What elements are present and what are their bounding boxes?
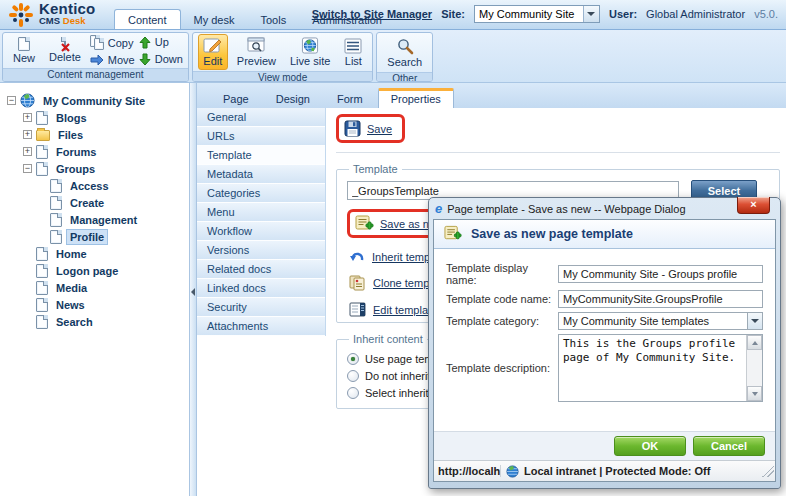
tab-properties[interactable]: Properties [378,88,454,108]
tab-page[interactable]: Page [211,89,261,108]
radio-icon[interactable] [347,387,359,399]
radio-selected-icon[interactable] [347,353,359,365]
tab-form[interactable]: Form [325,89,375,108]
page-mode-tabs: Page Design Form Properties [197,83,786,108]
top-header: Kentico CMS Desk Content My desk Tools A… [0,0,786,30]
textarea-scrollbar[interactable] [746,335,762,401]
dialog-form: Template display name: Template code nam… [434,249,775,406]
side-menu-attachments[interactable]: Attachments [197,317,325,336]
page-icon [50,196,62,210]
tree-item-profile[interactable]: Profile [0,228,189,245]
move-button[interactable]: Move [90,54,135,66]
folder-icon [36,130,50,141]
category-select[interactable]: My Community Site templates [558,312,763,330]
inherit-template-icon [349,249,365,264]
close-icon[interactable]: × [737,197,770,214]
preview-button[interactable]: Preview [232,34,281,70]
header-right: Switch to Site Manager Site: My Communit… [312,5,778,23]
page-icon [50,213,62,227]
delete-button[interactable]: Delete [44,35,86,66]
up-button[interactable]: Up [139,36,183,49]
dialog-status-bar: http://localh Local intranet | Protected… [434,460,775,481]
description-textarea[interactable]: This is the Groups profile page of My Co… [558,334,763,402]
tree-item-media[interactable]: Media [0,279,189,296]
tree-item-files[interactable]: + Files [0,126,189,143]
description-text[interactable]: This is the Groups profile page of My Co… [559,335,746,401]
toolbar: New Delete Copy Mo [0,30,786,83]
tree-item-blogs[interactable]: + Blogs [0,109,189,126]
display-name-label: Template display name: [446,262,558,286]
site-select-value: My Community Site [475,8,583,20]
properties-side-menu: General URLs Template Metadata Categorie… [197,108,326,336]
tree-item-news[interactable]: News [0,296,189,313]
side-menu-metadata[interactable]: Metadata [197,165,325,184]
page-icon [36,162,48,176]
group-label-view-mode: View mode [193,71,372,82]
list-button[interactable]: List [339,35,367,70]
save-as-new-template-icon [355,215,374,232]
kentico-cms-desk-app: { "header": { "brand": "Kentico", "produ… [0,0,786,496]
side-menu-linked-docs[interactable]: Linked docs [197,279,325,298]
local-intranet-globe-icon [506,465,519,478]
tree-item-home[interactable]: Home [0,245,189,262]
side-menu-related-docs[interactable]: Related docs [197,260,325,279]
category-label: Template category: [446,315,558,327]
scroll-up-icon[interactable] [747,335,762,350]
category-select-arrow-icon[interactable] [747,313,762,329]
side-menu-urls[interactable]: URLs [197,127,325,146]
ok-button[interactable]: OK [614,436,686,456]
clone-template-icon [349,275,366,291]
cancel-button[interactable]: Cancel [693,436,765,456]
display-name-input[interactable] [558,265,763,283]
site-select[interactable]: My Community Site [474,5,600,23]
tree-item-forums[interactable]: + Forums [0,143,189,160]
side-menu-menu[interactable]: Menu [197,203,325,222]
panel-splitter[interactable] [190,83,197,496]
expand-expander-icon[interactable]: + [23,113,32,122]
save-button[interactable]: Save [367,123,392,135]
tab-content[interactable]: Content [114,9,181,29]
resize-grip[interactable] [762,465,774,477]
side-menu-categories[interactable]: Categories [197,184,325,203]
side-menu-security[interactable]: Security [197,298,325,317]
page-icon [36,264,48,278]
copy-button[interactable]: Copy [90,35,135,50]
divider [336,152,780,153]
dialog-titlebar[interactable]: e Page template - Save as new -- Webpage… [433,198,776,219]
switch-to-site-manager-link[interactable]: Switch to Site Manager [312,8,432,20]
tree-item-logon-page[interactable]: Logon page [0,262,189,279]
tree-item-search[interactable]: Search [0,313,189,330]
side-menu-general[interactable]: General [197,108,325,127]
tree-item-management[interactable]: Management [0,211,189,228]
page-icon [50,179,62,193]
tree-item-groups[interactable]: − Groups [0,160,189,177]
radio-icon[interactable] [347,370,359,382]
side-menu-template[interactable]: Template [197,146,325,165]
new-button[interactable]: New [8,34,40,67]
tree-item-access[interactable]: Access [0,177,189,194]
dialog-footer: OK Cancel [434,431,775,460]
edit-button[interactable]: Edit [198,34,228,70]
site-select-arrow-icon[interactable] [583,6,599,22]
side-menu-versions[interactable]: Versions [197,241,325,260]
move-icon [90,54,104,66]
collapse-expander-icon[interactable]: − [23,164,32,173]
search-button[interactable]: Search [382,34,427,71]
down-button[interactable]: Down [139,53,183,66]
tab-tools[interactable]: Tools [248,10,300,29]
site-globe-icon [20,93,35,108]
expand-expander-icon[interactable]: + [23,147,32,156]
tab-design[interactable]: Design [264,89,322,108]
side-menu-workflow[interactable]: Workflow [197,222,325,241]
collapse-arrow-icon[interactable] [191,288,195,296]
tab-my-desk[interactable]: My desk [181,10,248,29]
tree-item-root[interactable]: − My Community Site [0,92,189,109]
expand-expander-icon[interactable]: + [23,130,32,139]
page-icon [36,298,48,312]
code-name-input[interactable] [558,290,763,308]
tree-item-create[interactable]: Create [0,194,189,211]
live-site-button[interactable]: Live site [285,34,335,70]
scroll-down-icon[interactable] [747,386,762,401]
live-site-globe-icon [301,37,319,54]
collapse-expander-icon[interactable]: − [7,96,16,105]
